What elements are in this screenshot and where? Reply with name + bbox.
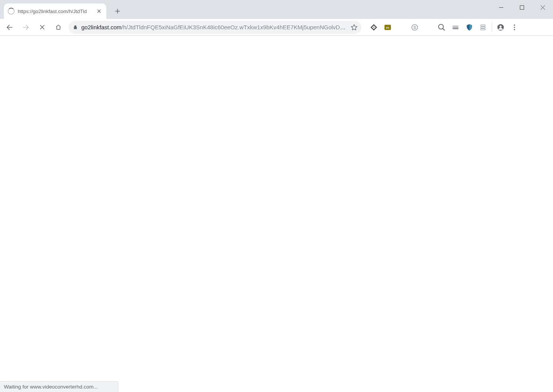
page-content: Waiting for www.videoconverterhd.com... <box>0 36 553 392</box>
arrow-left-icon <box>6 24 13 31</box>
close-tab-button[interactable] <box>96 8 103 15</box>
svg-rect-8 <box>453 26 459 27</box>
window-controls <box>491 0 553 15</box>
home-button[interactable] <box>51 20 66 35</box>
diamond-icon <box>370 24 378 31</box>
minimize-icon <box>499 5 503 10</box>
extension-magnifier[interactable] <box>435 21 448 34</box>
plus-icon <box>115 8 120 14</box>
window-minimize-button[interactable] <box>491 0 511 15</box>
svg-text:cc: cc <box>386 26 389 29</box>
status-text: Waiting for www.videoconverterhd.com... <box>4 384 98 390</box>
new-tab-button[interactable] <box>112 5 123 17</box>
svg-rect-11 <box>481 29 485 30</box>
address-bar[interactable]: go2linkfast.com/h/JtdTldnFQE5xiNaGfEiUK3… <box>69 21 361 34</box>
extension-bar: cc S <box>368 21 522 34</box>
window-close-button[interactable] <box>532 0 553 15</box>
extension-diamond[interactable] <box>368 21 380 34</box>
loading-spinner-icon <box>8 8 15 15</box>
toolbar: go2linkfast.com/h/JtdTldnFQE5xiNaGfEiUK3… <box>0 19 553 36</box>
secure-lock-icon[interactable] <box>72 24 78 30</box>
status-bar: Waiting for www.videoconverterhd.com... <box>0 381 118 392</box>
close-icon <box>541 5 545 10</box>
svg-rect-0 <box>520 5 524 9</box>
tab-title: https://go2linkfast.com/h/JtdTld <box>18 8 92 14</box>
extension-spacer <box>395 21 407 34</box>
magnifier-icon <box>438 24 445 31</box>
extension-stack[interactable] <box>477 21 489 34</box>
toolbar-divider <box>492 23 492 32</box>
home-icon <box>55 24 62 30</box>
menu-button[interactable] <box>508 21 521 34</box>
kebab-menu-icon <box>511 24 518 31</box>
stack-icon <box>479 24 487 31</box>
profile-button[interactable] <box>494 21 507 34</box>
shield-icon <box>466 24 473 31</box>
svg-point-14 <box>514 24 515 25</box>
svg-point-1 <box>373 27 375 28</box>
arrow-right-icon <box>22 24 30 31</box>
tab-1[interactable]: https://go2linkfast.com/h/JtdTld <box>4 3 106 19</box>
svg-rect-7 <box>453 25 459 29</box>
person-circle-icon <box>497 24 504 31</box>
stop-reload-button[interactable] <box>35 20 49 35</box>
card-icon <box>452 24 459 31</box>
url-path: /h/JtdTldnFQE5xiNaGfEiUK3SnK48ic60eeOz.w… <box>121 24 348 30</box>
svg-rect-9 <box>481 25 485 26</box>
svg-point-16 <box>514 29 515 30</box>
svg-point-13 <box>499 25 502 28</box>
svg-text:S: S <box>413 25 416 29</box>
window-maximize-button[interactable] <box>511 0 532 15</box>
forward-button[interactable] <box>18 20 33 35</box>
back-button[interactable] <box>2 20 17 35</box>
s-circle-icon: S <box>411 24 419 31</box>
extension-shield[interactable] <box>463 21 476 34</box>
svg-point-15 <box>514 27 515 28</box>
url-text: go2linkfast.com/h/JtdTldnFQE5xiNaGfEiUK3… <box>81 24 348 30</box>
close-icon <box>97 9 101 13</box>
x-icon <box>39 24 45 30</box>
bookmark-button[interactable] <box>351 24 358 31</box>
extension-cc[interactable]: cc <box>382 21 394 34</box>
cc-badge-icon: cc <box>384 24 392 31</box>
star-icon <box>351 24 358 31</box>
maximize-icon <box>520 5 524 10</box>
extension-spacer-2 <box>422 21 434 34</box>
extension-battery[interactable] <box>449 21 462 34</box>
tab-strip: https://go2linkfast.com/h/JtdTld <box>0 0 553 19</box>
extension-s-circle[interactable]: S <box>408 21 421 34</box>
svg-rect-10 <box>481 27 485 28</box>
url-domain: go2linkfast.com <box>81 24 121 30</box>
